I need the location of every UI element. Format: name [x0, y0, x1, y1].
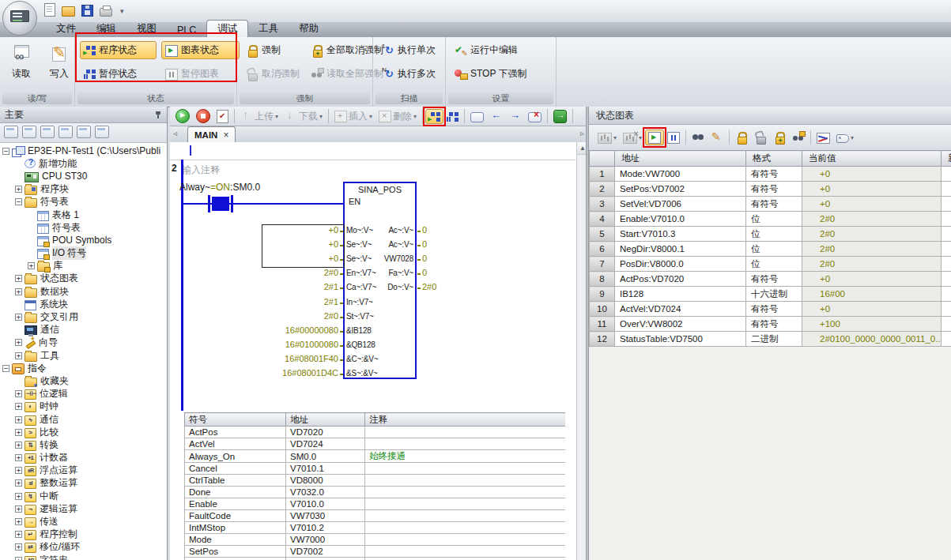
tree-expander-icon[interactable]: +: [15, 288, 22, 295]
tree-expander-icon[interactable]: −: [15, 198, 22, 205]
address-cell[interactable]: Start:V7010.3: [615, 227, 746, 242]
tree-item[interactable]: +传送: [0, 515, 167, 528]
pause-chart-button[interactable]: [664, 130, 683, 145]
new-value-cell[interactable]: [942, 272, 951, 287]
tree-item[interactable]: +逻辑运算: [0, 502, 167, 515]
new-value-cell[interactable]: [942, 182, 951, 197]
previous-bookmark-button[interactable]: [487, 108, 506, 124]
address-cell[interactable]: V7010.1: [286, 463, 365, 475]
comment-cell[interactable]: [365, 534, 566, 546]
tree-item[interactable]: +时钟: [0, 400, 167, 413]
address-cell[interactable]: StatusTable:VD7500: [615, 332, 746, 347]
current-value-cell[interactable]: 2#0: [802, 242, 942, 257]
comment-cell[interactable]: 始终接通: [365, 450, 566, 463]
current-value-cell[interactable]: 2#0: [802, 227, 942, 242]
row-number-cell[interactable]: 9: [590, 287, 615, 302]
address-cell[interactable]: V7032.0: [286, 487, 365, 498]
toggle-bookmark-button[interactable]: [467, 109, 487, 124]
tree-item[interactable]: 表格 1: [0, 209, 167, 221]
read-all-forced-button[interactable]: [789, 130, 808, 145]
tree-expander-icon[interactable]: +: [15, 403, 22, 410]
tree-item[interactable]: +转换: [0, 438, 167, 451]
dropdown-caret-icon[interactable]: ▾: [851, 134, 854, 141]
table-row[interactable]: DoneV7032.0: [185, 487, 566, 498]
goto-button[interactable]: [550, 108, 570, 125]
tree-expander-icon[interactable]: +: [28, 262, 35, 269]
clear-bookmarks-button[interactable]: [525, 109, 545, 124]
tree-item[interactable]: +浮点运算: [0, 464, 167, 477]
format-cell[interactable]: 有符号: [746, 302, 802, 317]
symbol-table-view-button[interactable]: [22, 125, 36, 141]
current-value-cell[interactable]: +0: [802, 272, 942, 287]
new-value-cell[interactable]: [942, 242, 951, 257]
next-bookmark-button[interactable]: [506, 108, 525, 124]
tree-expander-icon[interactable]: −: [2, 148, 9, 155]
comment-cell[interactable]: [365, 558, 566, 560]
tree-expander-icon[interactable]: +: [15, 275, 22, 282]
tree-expander-icon[interactable]: +: [15, 543, 22, 551]
tree-item[interactable]: +交叉引用: [0, 310, 167, 323]
address-cell[interactable]: ActVel:VD7024: [615, 302, 746, 317]
new-value-cell[interactable]: [942, 302, 951, 317]
symbol-cell[interactable]: SetPos: [185, 546, 286, 558]
symbol-cell[interactable]: ActVel: [185, 438, 286, 450]
delete-button[interactable]: 删除▾: [375, 108, 420, 125]
row-number-cell[interactable]: 8: [590, 272, 615, 287]
write-button[interactable]: 写入: [43, 41, 76, 81]
ladder-editor[interactable]: 2 输入注释 Alway~=ON:SM0.0 SINA_POS EN +0Mo~…: [170, 142, 589, 560]
table-row[interactable]: ModeVW7000: [185, 534, 566, 546]
table-row[interactable]: FaultCodeVW7030: [185, 510, 566, 522]
symbol-cell[interactable]: IntMStop: [185, 522, 286, 534]
insert-button[interactable]: 插入▾: [331, 108, 375, 125]
contact-powered-fill[interactable]: [212, 197, 229, 211]
format-cell[interactable]: 有符号: [746, 317, 802, 332]
tree-expander-icon[interactable]: +: [15, 479, 22, 487]
tree-expander-icon[interactable]: +: [15, 339, 22, 346]
new-value-cell[interactable]: [942, 167, 951, 182]
force-button[interactable]: [732, 130, 751, 145]
address-cell[interactable]: SM0.0: [286, 450, 365, 463]
row-number-cell[interactable]: 2: [590, 182, 615, 197]
menu-tab[interactable]: 文件: [46, 21, 86, 37]
data-block-view-button[interactable]: [58, 125, 73, 141]
ribbon-button[interactable]: 图表状态: [161, 41, 240, 59]
tree-item[interactable]: −EP3E-PN-Test1 (C:\Users\Publi: [0, 145, 167, 157]
table-row[interactable]: CtrlTableVD8000: [185, 475, 566, 487]
current-value-cell[interactable]: 2#0: [802, 212, 942, 227]
table-row[interactable]: 9IB128十六进制16#00: [590, 287, 951, 302]
write-all-button[interactable]: [708, 130, 726, 145]
address-cell[interactable]: PosDir:V8000.0: [615, 257, 746, 272]
cross-reference-view-button[interactable]: [77, 125, 91, 141]
address-cell[interactable]: VD8000: [286, 475, 365, 487]
tree-expander-icon[interactable]: +: [15, 442, 22, 449]
unforce-all-button[interactable]: [770, 130, 789, 145]
symbol-cell[interactable]: SetVel: [185, 558, 286, 560]
symbol-cell[interactable]: ActPos: [185, 427, 286, 438]
menu-tab[interactable]: PLC: [167, 23, 206, 37]
comment-cell[interactable]: [365, 546, 566, 558]
format-cell[interactable]: 二进制: [746, 332, 802, 347]
status-chart-view-button[interactable]: [40, 125, 55, 141]
new-value-cell[interactable]: [942, 287, 951, 302]
ribbon-button[interactable]: 程序状态: [80, 41, 157, 59]
address-cell[interactable]: NegDir:V8000.1: [615, 242, 746, 257]
pin-icon[interactable]: [154, 111, 162, 118]
table-row[interactable]: Always_OnSM0.0始终接通: [185, 450, 566, 463]
format-cell[interactable]: 十六进制: [746, 287, 802, 302]
row-number-cell[interactable]: 3: [590, 197, 615, 212]
address-cell[interactable]: Enable:V7010.0: [615, 212, 746, 227]
symbol-cell[interactable]: Enable: [185, 498, 286, 510]
tree-expander-icon[interactable]: +: [15, 416, 22, 423]
current-value-cell[interactable]: +0: [802, 197, 942, 212]
current-value-cell[interactable]: 16#00: [802, 287, 942, 302]
row-number-cell[interactable]: 5: [590, 227, 615, 242]
tree-item[interactable]: 新增功能: [0, 157, 167, 170]
tree-item[interactable]: +数据块: [0, 285, 167, 298]
symbol-cell[interactable]: FaultCode: [185, 510, 286, 522]
tab-scroll-left-icon[interactable]: ◃: [173, 129, 177, 137]
row-number-cell[interactable]: 1: [590, 167, 615, 182]
table-row[interactable]: 11OverV:VW8002有符号+100: [590, 317, 951, 332]
ribbon-button[interactable]: 取消强制: [242, 65, 302, 83]
format-cell[interactable]: 有符号: [746, 197, 802, 212]
network-comment[interactable]: 输入注释: [182, 163, 220, 177]
